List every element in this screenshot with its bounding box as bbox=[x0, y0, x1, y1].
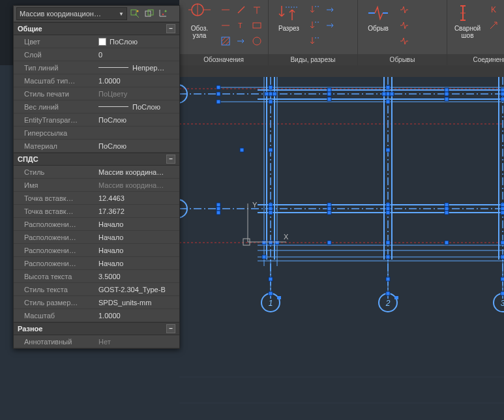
selection-grip[interactable] bbox=[269, 277, 273, 281]
selection-grip[interactable] bbox=[386, 207, 390, 211]
selection-grip[interactable] bbox=[216, 85, 220, 89]
pickadd-icon[interactable] bbox=[143, 8, 156, 20]
selection-grip[interactable] bbox=[327, 211, 331, 215]
prop-value[interactable]: 1.0000 bbox=[95, 74, 179, 87]
prop-value[interactable]: 3.5000 bbox=[95, 270, 179, 282]
selection-grip[interactable] bbox=[386, 292, 390, 295]
selection-grip[interactable] bbox=[240, 148, 244, 152]
selection-grip[interactable] bbox=[390, 92, 394, 96]
selection-grip[interactable] bbox=[501, 292, 504, 295]
sec1-icon[interactable] bbox=[308, 3, 322, 17]
selection-grip[interactable] bbox=[386, 148, 390, 152]
selection-grip[interactable] bbox=[273, 92, 276, 96]
selection-grip[interactable] bbox=[327, 241, 331, 245]
slash-red-icon[interactable] bbox=[234, 3, 248, 17]
selection-grip[interactable] bbox=[445, 207, 449, 211]
selection-grip[interactable] bbox=[269, 292, 273, 295]
ribbon-big-oboz[interactable]: Обоз. узла bbox=[182, 1, 217, 39]
selection-grip[interactable] bbox=[216, 211, 220, 215]
selection-grip[interactable] bbox=[445, 97, 449, 101]
selection-grip[interactable] bbox=[501, 92, 504, 96]
t-red-icon[interactable] bbox=[250, 3, 264, 17]
selection-grip[interactable] bbox=[382, 92, 386, 96]
selection-grip[interactable] bbox=[269, 92, 273, 96]
selection-grip[interactable] bbox=[445, 92, 449, 96]
selection-grip[interactable] bbox=[501, 203, 504, 207]
selection-grip[interactable] bbox=[327, 203, 331, 207]
arrow-right-icon[interactable] bbox=[323, 3, 338, 17]
ribbon-big-obryv[interactable]: Обрыв bbox=[361, 1, 396, 32]
prop-value[interactable]: Начало bbox=[95, 218, 179, 230]
text-red-icon[interactable]: T bbox=[234, 18, 248, 33]
selection-grip[interactable] bbox=[501, 255, 504, 259]
section-header[interactable]: СПДС– bbox=[14, 153, 179, 166]
k-red-icon[interactable]: K bbox=[486, 3, 501, 17]
sec-down-icon[interactable] bbox=[308, 34, 322, 48]
box-red-icon[interactable] bbox=[250, 18, 264, 33]
selection-grip[interactable] bbox=[501, 88, 504, 92]
selection-grip[interactable] bbox=[501, 241, 504, 245]
prop-value[interactable]: 12.4463 bbox=[95, 192, 179, 204]
selection-grip[interactable] bbox=[386, 203, 390, 207]
prop-value[interactable] bbox=[95, 127, 179, 139]
collapse-icon[interactable]: – bbox=[166, 324, 175, 333]
selection-grip[interactable] bbox=[216, 203, 220, 207]
selection-grip[interactable] bbox=[269, 148, 273, 152]
selection-grip[interactable] bbox=[275, 241, 279, 245]
prop-value[interactable]: GOST-2.304_Type-B bbox=[95, 283, 179, 295]
selection-grip[interactable] bbox=[216, 207, 220, 211]
selection-grip[interactable] bbox=[265, 92, 269, 96]
selection-grip[interactable] bbox=[262, 255, 266, 259]
prop-value[interactable]: 17.3672 bbox=[95, 205, 179, 217]
prop-value[interactable]: ПоСлою bbox=[95, 100, 179, 113]
prop-value[interactable]: ПоСлою bbox=[95, 140, 179, 152]
prop-value[interactable]: 0 bbox=[95, 48, 179, 61]
prop-value[interactable]: Начало bbox=[95, 231, 179, 243]
selection-grip[interactable] bbox=[445, 203, 449, 207]
prop-value[interactable]: ПоСлою bbox=[95, 113, 179, 126]
quick-select-icon[interactable] bbox=[128, 8, 141, 20]
drawing-svg[interactable]: 1 2 3 X Y bbox=[179, 77, 504, 420]
circle-red-icon[interactable] bbox=[250, 34, 264, 48]
selection-grip[interactable] bbox=[262, 241, 266, 245]
break-z-icon[interactable] bbox=[397, 34, 411, 48]
selection-grip[interactable] bbox=[386, 241, 390, 245]
selection-grip[interactable] bbox=[501, 207, 504, 211]
selection-grip[interactable] bbox=[269, 207, 273, 211]
hatch-red-icon[interactable] bbox=[218, 34, 233, 48]
prop-value[interactable]: Начало bbox=[95, 244, 179, 256]
selection-grip[interactable] bbox=[386, 211, 390, 215]
selection-grip[interactable] bbox=[501, 211, 504, 215]
selection-grip[interactable] bbox=[269, 203, 273, 207]
prop-value[interactable]: SPDS_units-mm bbox=[95, 296, 179, 308]
selection-grip[interactable] bbox=[327, 97, 331, 101]
ribbon-big-soed[interactable]: Сварной шов bbox=[450, 1, 485, 39]
arrow-red-icon[interactable] bbox=[234, 34, 248, 48]
selection-grip[interactable] bbox=[445, 88, 449, 92]
prop-value[interactable]: 1.0000 bbox=[95, 309, 179, 322]
object-type-combo[interactable]: Массив координацион… ▼ bbox=[16, 7, 127, 20]
selection-grip[interactable] bbox=[386, 85, 390, 89]
selection-grip[interactable] bbox=[269, 85, 273, 89]
prop-value[interactable]: Непрер… bbox=[95, 61, 179, 74]
selection-grip[interactable] bbox=[501, 277, 504, 281]
line-red-icon[interactable] bbox=[218, 3, 233, 17]
selection-grip[interactable] bbox=[327, 92, 331, 96]
break-x-icon[interactable] bbox=[397, 3, 411, 17]
selection-grip[interactable] bbox=[327, 88, 331, 92]
break-w-icon[interactable] bbox=[397, 18, 411, 33]
prop-value[interactable]: ПоСлою bbox=[95, 35, 179, 48]
prop-value[interactable]: Массив координа… bbox=[95, 166, 179, 178]
selection-grip[interactable] bbox=[445, 241, 449, 245]
prop-value[interactable]: Начало bbox=[95, 257, 179, 269]
selection-grip[interactable] bbox=[386, 92, 390, 96]
selection-grip[interactable] bbox=[386, 277, 390, 281]
arrow-right2-icon[interactable] bbox=[323, 18, 338, 33]
selection-grip[interactable] bbox=[216, 100, 220, 104]
selection-grip[interactable] bbox=[216, 92, 220, 96]
arr-red-icon[interactable] bbox=[486, 18, 501, 33]
section-header[interactable]: Разное– bbox=[14, 322, 179, 335]
selection-grip[interactable] bbox=[445, 211, 449, 215]
model-viewport[interactable]: 1 2 3 X Y bbox=[179, 77, 504, 420]
sec3-icon[interactable] bbox=[308, 18, 322, 33]
